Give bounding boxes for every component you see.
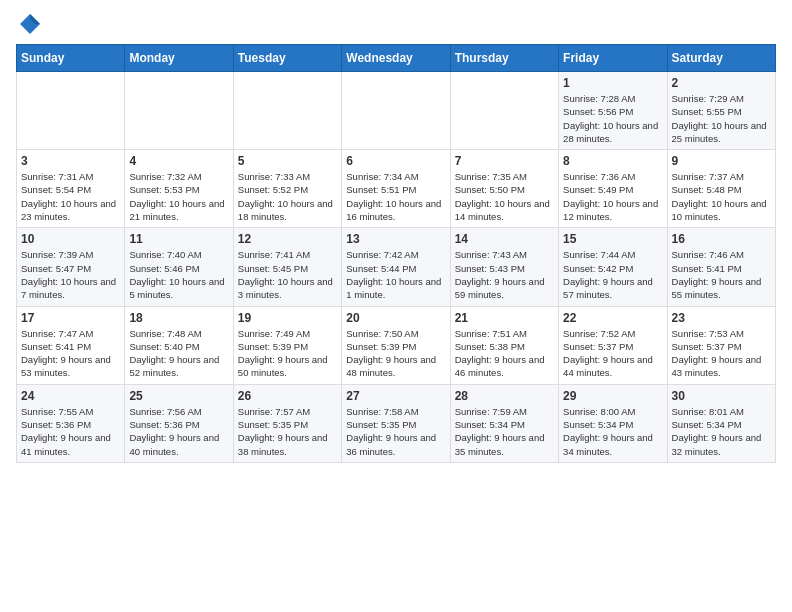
calendar-cell: 24Sunrise: 7:55 AMSunset: 5:36 PMDayligh… [17, 384, 125, 462]
day-number: 5 [238, 154, 337, 168]
day-info: Sunrise: 7:57 AMSunset: 5:35 PMDaylight:… [238, 405, 337, 458]
day-number: 27 [346, 389, 445, 403]
day-number: 17 [21, 311, 120, 325]
calendar-week-row: 10Sunrise: 7:39 AMSunset: 5:47 PMDayligh… [17, 228, 776, 306]
day-info: Sunrise: 7:31 AMSunset: 5:54 PMDaylight:… [21, 170, 120, 223]
day-info: Sunrise: 7:33 AMSunset: 5:52 PMDaylight:… [238, 170, 337, 223]
day-number: 21 [455, 311, 554, 325]
calendar-cell: 19Sunrise: 7:49 AMSunset: 5:39 PMDayligh… [233, 306, 341, 384]
day-number: 10 [21, 232, 120, 246]
calendar-cell: 23Sunrise: 7:53 AMSunset: 5:37 PMDayligh… [667, 306, 775, 384]
calendar-cell: 15Sunrise: 7:44 AMSunset: 5:42 PMDayligh… [559, 228, 667, 306]
day-number: 8 [563, 154, 662, 168]
day-number: 15 [563, 232, 662, 246]
day-info: Sunrise: 7:34 AMSunset: 5:51 PMDaylight:… [346, 170, 445, 223]
day-info: Sunrise: 7:56 AMSunset: 5:36 PMDaylight:… [129, 405, 228, 458]
page-header [16, 16, 776, 36]
calendar-cell: 29Sunrise: 8:00 AMSunset: 5:34 PMDayligh… [559, 384, 667, 462]
calendar-week-row: 24Sunrise: 7:55 AMSunset: 5:36 PMDayligh… [17, 384, 776, 462]
day-info: Sunrise: 7:35 AMSunset: 5:50 PMDaylight:… [455, 170, 554, 223]
day-info: Sunrise: 7:32 AMSunset: 5:53 PMDaylight:… [129, 170, 228, 223]
calendar-cell: 8Sunrise: 7:36 AMSunset: 5:49 PMDaylight… [559, 150, 667, 228]
day-number: 20 [346, 311, 445, 325]
day-info: Sunrise: 7:49 AMSunset: 5:39 PMDaylight:… [238, 327, 337, 380]
calendar-cell: 28Sunrise: 7:59 AMSunset: 5:34 PMDayligh… [450, 384, 558, 462]
day-number: 6 [346, 154, 445, 168]
calendar-cell: 20Sunrise: 7:50 AMSunset: 5:39 PMDayligh… [342, 306, 450, 384]
day-number: 23 [672, 311, 771, 325]
calendar-cell: 17Sunrise: 7:47 AMSunset: 5:41 PMDayligh… [17, 306, 125, 384]
calendar-header-monday: Monday [125, 45, 233, 72]
day-number: 30 [672, 389, 771, 403]
calendar-header-friday: Friday [559, 45, 667, 72]
calendar-cell: 22Sunrise: 7:52 AMSunset: 5:37 PMDayligh… [559, 306, 667, 384]
day-info: Sunrise: 7:36 AMSunset: 5:49 PMDaylight:… [563, 170, 662, 223]
calendar-cell: 5Sunrise: 7:33 AMSunset: 5:52 PMDaylight… [233, 150, 341, 228]
day-info: Sunrise: 7:37 AMSunset: 5:48 PMDaylight:… [672, 170, 771, 223]
day-number: 25 [129, 389, 228, 403]
calendar-week-row: 1Sunrise: 7:28 AMSunset: 5:56 PMDaylight… [17, 72, 776, 150]
day-number: 11 [129, 232, 228, 246]
day-number: 12 [238, 232, 337, 246]
calendar-cell: 13Sunrise: 7:42 AMSunset: 5:44 PMDayligh… [342, 228, 450, 306]
day-info: Sunrise: 7:48 AMSunset: 5:40 PMDaylight:… [129, 327, 228, 380]
calendar-week-row: 3Sunrise: 7:31 AMSunset: 5:54 PMDaylight… [17, 150, 776, 228]
day-info: Sunrise: 7:47 AMSunset: 5:41 PMDaylight:… [21, 327, 120, 380]
calendar-cell: 11Sunrise: 7:40 AMSunset: 5:46 PMDayligh… [125, 228, 233, 306]
day-number: 1 [563, 76, 662, 90]
calendar-cell: 10Sunrise: 7:39 AMSunset: 5:47 PMDayligh… [17, 228, 125, 306]
calendar-cell: 14Sunrise: 7:43 AMSunset: 5:43 PMDayligh… [450, 228, 558, 306]
day-number: 9 [672, 154, 771, 168]
calendar-cell: 7Sunrise: 7:35 AMSunset: 5:50 PMDaylight… [450, 150, 558, 228]
day-info: Sunrise: 8:00 AMSunset: 5:34 PMDaylight:… [563, 405, 662, 458]
day-info: Sunrise: 7:50 AMSunset: 5:39 PMDaylight:… [346, 327, 445, 380]
calendar-cell: 16Sunrise: 7:46 AMSunset: 5:41 PMDayligh… [667, 228, 775, 306]
day-info: Sunrise: 7:29 AMSunset: 5:55 PMDaylight:… [672, 92, 771, 145]
day-number: 28 [455, 389, 554, 403]
day-info: Sunrise: 7:53 AMSunset: 5:37 PMDaylight:… [672, 327, 771, 380]
calendar-cell: 6Sunrise: 7:34 AMSunset: 5:51 PMDaylight… [342, 150, 450, 228]
calendar-cell [233, 72, 341, 150]
day-number: 16 [672, 232, 771, 246]
day-number: 4 [129, 154, 228, 168]
logo [16, 16, 42, 36]
calendar-header-tuesday: Tuesday [233, 45, 341, 72]
day-info: Sunrise: 7:51 AMSunset: 5:38 PMDaylight:… [455, 327, 554, 380]
calendar-header-thursday: Thursday [450, 45, 558, 72]
calendar-cell [125, 72, 233, 150]
day-number: 18 [129, 311, 228, 325]
day-number: 29 [563, 389, 662, 403]
day-info: Sunrise: 7:58 AMSunset: 5:35 PMDaylight:… [346, 405, 445, 458]
day-info: Sunrise: 7:55 AMSunset: 5:36 PMDaylight:… [21, 405, 120, 458]
calendar-cell: 12Sunrise: 7:41 AMSunset: 5:45 PMDayligh… [233, 228, 341, 306]
calendar-cell: 30Sunrise: 8:01 AMSunset: 5:34 PMDayligh… [667, 384, 775, 462]
day-info: Sunrise: 7:28 AMSunset: 5:56 PMDaylight:… [563, 92, 662, 145]
calendar-cell: 4Sunrise: 7:32 AMSunset: 5:53 PMDaylight… [125, 150, 233, 228]
day-number: 7 [455, 154, 554, 168]
day-number: 22 [563, 311, 662, 325]
day-info: Sunrise: 7:43 AMSunset: 5:43 PMDaylight:… [455, 248, 554, 301]
calendar-cell: 26Sunrise: 7:57 AMSunset: 5:35 PMDayligh… [233, 384, 341, 462]
day-info: Sunrise: 7:39 AMSunset: 5:47 PMDaylight:… [21, 248, 120, 301]
calendar-cell: 3Sunrise: 7:31 AMSunset: 5:54 PMDaylight… [17, 150, 125, 228]
logo-icon [18, 12, 42, 36]
calendar-cell [450, 72, 558, 150]
calendar-cell: 25Sunrise: 7:56 AMSunset: 5:36 PMDayligh… [125, 384, 233, 462]
calendar-header-row: SundayMondayTuesdayWednesdayThursdayFrid… [17, 45, 776, 72]
day-info: Sunrise: 7:41 AMSunset: 5:45 PMDaylight:… [238, 248, 337, 301]
day-info: Sunrise: 7:46 AMSunset: 5:41 PMDaylight:… [672, 248, 771, 301]
calendar-cell: 1Sunrise: 7:28 AMSunset: 5:56 PMDaylight… [559, 72, 667, 150]
calendar-header-saturday: Saturday [667, 45, 775, 72]
calendar-header-wednesday: Wednesday [342, 45, 450, 72]
day-number: 24 [21, 389, 120, 403]
day-info: Sunrise: 7:40 AMSunset: 5:46 PMDaylight:… [129, 248, 228, 301]
day-number: 26 [238, 389, 337, 403]
day-number: 14 [455, 232, 554, 246]
calendar-cell [342, 72, 450, 150]
calendar-header-sunday: Sunday [17, 45, 125, 72]
calendar-cell: 21Sunrise: 7:51 AMSunset: 5:38 PMDayligh… [450, 306, 558, 384]
day-number: 19 [238, 311, 337, 325]
calendar-cell: 9Sunrise: 7:37 AMSunset: 5:48 PMDaylight… [667, 150, 775, 228]
calendar-week-row: 17Sunrise: 7:47 AMSunset: 5:41 PMDayligh… [17, 306, 776, 384]
day-number: 3 [21, 154, 120, 168]
